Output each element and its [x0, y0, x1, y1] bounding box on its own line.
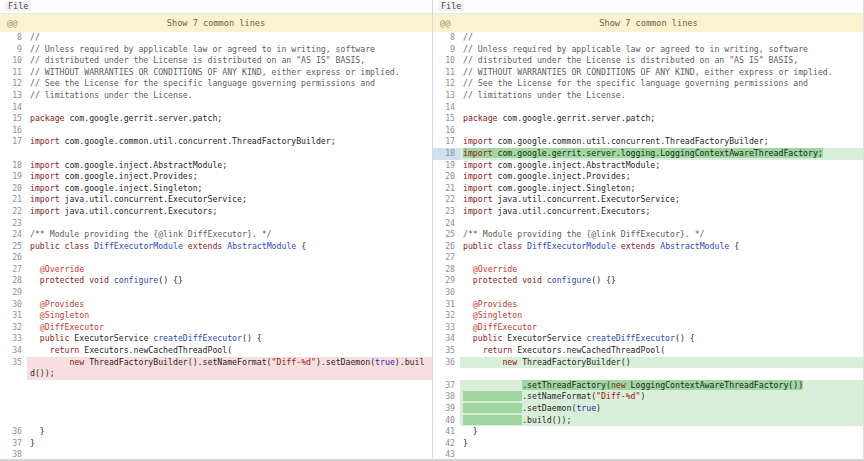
syntax-segment: ThreadFactoryBuilder().setNameFormat( — [84, 357, 271, 367]
code-row: 22import java.util.concurrent.Executors; — [0, 206, 432, 218]
syntax-segment: import — [463, 183, 493, 193]
line-number[interactable]: 14 — [0, 102, 27, 114]
syntax-segment — [463, 380, 522, 390]
line-number[interactable]: 32 — [0, 322, 27, 334]
line-number[interactable]: 25 — [433, 229, 460, 241]
line-number[interactable]: 37 — [0, 438, 27, 450]
code-line-text: @Singleton — [460, 310, 864, 322]
syntax-segment: // WITHOUT WARRANTIES OR CONDITIONS OF A… — [30, 67, 400, 77]
line-number[interactable]: 22 — [433, 194, 460, 206]
line-number[interactable]: 36 — [0, 426, 27, 438]
line-number[interactable]: 24 — [433, 218, 460, 230]
code-row: 37 .setThreadFactory(new LoggingContextA… — [433, 380, 864, 392]
line-number[interactable]: 20 — [0, 183, 27, 195]
line-number[interactable]: 18 — [433, 148, 460, 160]
show-common-lines-label: Show 7 common lines — [167, 18, 265, 28]
line-number[interactable]: 28 — [433, 264, 460, 276]
line-number[interactable]: 14 — [433, 102, 460, 114]
code-row: 16 — [433, 125, 864, 137]
line-number[interactable]: 36 — [433, 357, 460, 369]
syntax-segment: createDiffExecutor — [153, 333, 242, 343]
line-number[interactable]: 27 — [0, 264, 27, 276]
line-number[interactable]: 25 — [0, 241, 27, 253]
line-number[interactable]: 21 — [0, 194, 27, 206]
line-number[interactable]: 24 — [0, 229, 27, 241]
line-number[interactable]: 9 — [0, 44, 27, 56]
code-line-text: import com.google.inject.AbstractModule; — [27, 160, 432, 172]
line-number[interactable]: 27 — [433, 252, 460, 264]
line-number[interactable]: 42 — [433, 438, 460, 450]
syntax-segment: "Diff-%d" — [596, 391, 640, 401]
line-number[interactable]: 38 — [433, 391, 460, 403]
line-number[interactable]: 34 — [433, 333, 460, 345]
syntax-segment: configure — [547, 275, 591, 285]
line-number[interactable]: 21 — [433, 183, 460, 195]
line-number[interactable]: 11 — [0, 67, 27, 79]
line-number[interactable]: 28 — [0, 275, 27, 287]
line-number[interactable]: 41 — [433, 426, 460, 438]
code-row: 30 @Provides — [0, 299, 432, 311]
line-number[interactable]: 34 — [0, 345, 27, 357]
line-number[interactable]: 35 — [0, 357, 27, 369]
line-number[interactable]: 13 — [433, 90, 460, 102]
line-number[interactable]: 31 — [433, 299, 460, 311]
line-number[interactable]: 40 — [433, 415, 460, 427]
line-number[interactable]: 33 — [0, 333, 27, 345]
line-number[interactable]: 23 — [0, 218, 27, 230]
line-number[interactable]: 12 — [433, 78, 460, 90]
line-number[interactable]: 8 — [433, 32, 460, 44]
line-number[interactable]: 20 — [433, 171, 460, 183]
line-number[interactable]: 26 — [0, 252, 27, 264]
expand-common-lines-button[interactable]: @@ Show 7 common lines — [433, 14, 864, 32]
line-number[interactable]: 29 — [433, 275, 460, 287]
line-number[interactable]: 26 — [433, 241, 460, 253]
line-number[interactable]: 17 — [433, 136, 460, 148]
code-row: 40 .build()); — [433, 415, 864, 427]
line-number[interactable]: 22 — [0, 206, 27, 218]
code-row: 23 — [0, 218, 432, 230]
line-number[interactable]: 17 — [0, 136, 27, 148]
code-line-text: } — [27, 426, 432, 438]
syntax-segment — [463, 403, 522, 413]
line-number[interactable]: 11 — [433, 67, 460, 79]
line-number[interactable]: 9 — [433, 44, 460, 56]
code-line-text: } — [460, 426, 864, 438]
code-row: 19import com.google.inject.Provides; — [0, 171, 432, 183]
code-row: 42} — [433, 438, 864, 450]
line-number[interactable]: 23 — [433, 206, 460, 218]
file-header-label: File — [5, 1, 31, 11]
line-number[interactable]: 15 — [433, 113, 460, 125]
code-line-text: import com.google.gerrit.server.logging.… — [460, 148, 864, 160]
line-number[interactable]: 15 — [0, 113, 27, 125]
line-number[interactable]: 37 — [433, 380, 460, 392]
code-line-text: public class DiffExecutorModule extends … — [460, 241, 864, 253]
syntax-segment — [463, 391, 522, 401]
line-number[interactable]: 33 — [433, 322, 460, 334]
code-row: 8// — [0, 32, 432, 44]
line-number[interactable]: 10 — [433, 55, 460, 67]
line-number[interactable]: 38 — [0, 449, 27, 459]
code-line-text: import java.util.concurrent.Executors; — [460, 206, 864, 218]
line-number[interactable]: 12 — [0, 78, 27, 90]
line-number[interactable]: 19 — [433, 160, 460, 172]
syntax-segment: d()); — [30, 368, 55, 378]
line-number[interactable]: 13 — [0, 90, 27, 102]
expand-common-lines-button[interactable]: @@ Show 7 common lines — [0, 14, 432, 32]
line-number[interactable]: 30 — [0, 299, 27, 311]
line-number[interactable]: 16 — [433, 125, 460, 137]
line-number[interactable]: 32 — [433, 310, 460, 322]
line-number[interactable]: 29 — [0, 287, 27, 299]
line-number[interactable]: 43 — [433, 449, 460, 459]
line-number[interactable]: 39 — [433, 403, 460, 415]
line-number[interactable]: 19 — [0, 171, 27, 183]
line-number[interactable]: 10 — [0, 55, 27, 67]
line-number[interactable]: 30 — [433, 287, 460, 299]
line-number[interactable]: 35 — [433, 345, 460, 357]
line-number[interactable]: 31 — [0, 310, 27, 322]
line-number[interactable]: 16 — [0, 125, 27, 137]
line-number — [0, 148, 27, 160]
syntax-segment: com.google.inject.Singleton; — [60, 183, 203, 193]
filler-row — [433, 368, 864, 380]
line-number[interactable]: 18 — [0, 160, 27, 172]
line-number[interactable]: 8 — [0, 32, 27, 44]
